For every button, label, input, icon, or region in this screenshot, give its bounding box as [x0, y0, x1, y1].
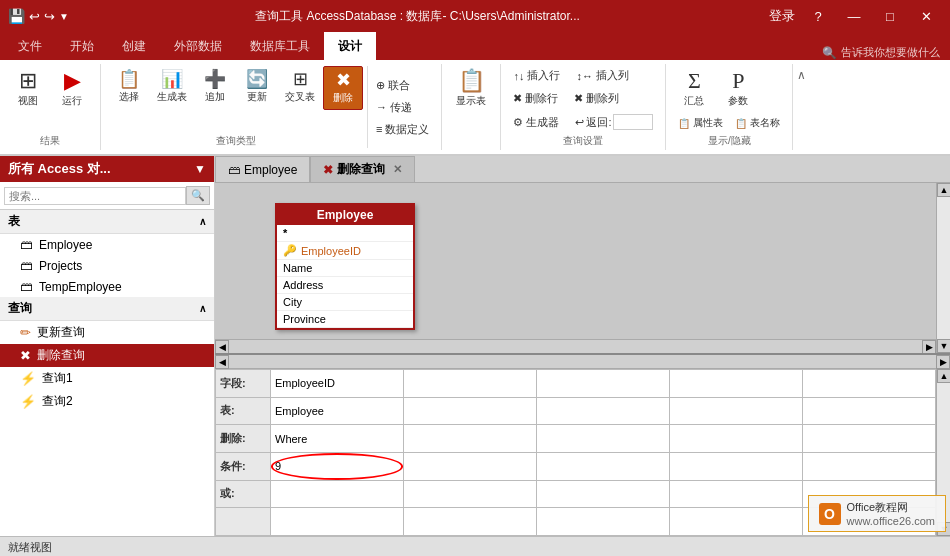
- sidebar-item-projects[interactable]: 🗃 Projects: [0, 255, 214, 276]
- field-address[interactable]: Address: [277, 277, 413, 294]
- totals-button[interactable]: Σ 汇总: [674, 66, 714, 112]
- table-col5[interactable]: [803, 397, 936, 425]
- delete-button[interactable]: ✖ 删除: [323, 66, 363, 110]
- insert-col-button[interactable]: ↕↔ 插入列: [572, 66, 633, 85]
- criteria-col1[interactable]: 9: [271, 452, 404, 480]
- field-name[interactable]: Name: [277, 260, 413, 277]
- field-city[interactable]: City: [277, 294, 413, 311]
- doc-tab-close-icon[interactable]: ✕: [393, 163, 402, 176]
- queries-collapse-icon[interactable]: ∧: [199, 303, 206, 314]
- sidebar-search-button[interactable]: 🔍: [186, 186, 210, 205]
- criteria-col3[interactable]: [537, 452, 670, 480]
- grid-scroll-up[interactable]: ▲: [937, 369, 950, 383]
- empty-col1[interactable]: [271, 508, 404, 536]
- or-col1[interactable]: [271, 480, 404, 508]
- or-col2[interactable]: [404, 480, 537, 508]
- table-col3[interactable]: [537, 397, 670, 425]
- append-button[interactable]: ➕ 追加: [195, 66, 235, 110]
- redo-icon[interactable]: ↪: [44, 9, 55, 24]
- make-table-button[interactable]: 📊 生成表: [151, 66, 193, 110]
- scroll-left-btn-top[interactable]: ◀: [215, 340, 229, 354]
- dropdown-icon[interactable]: ▼: [59, 11, 69, 22]
- insert-row-button[interactable]: ↑↓ 插入行: [509, 66, 564, 85]
- table-col2[interactable]: [404, 397, 537, 425]
- field-col1[interactable]: EmployeeID: [271, 370, 404, 398]
- sidebar-item-update-query[interactable]: ✏ 更新查询: [0, 321, 214, 344]
- close-button[interactable]: ✕: [910, 2, 942, 30]
- delete-col-button[interactable]: ✖ 删除列: [570, 89, 623, 108]
- scroll-up-btn[interactable]: ▲: [937, 183, 950, 197]
- property-sheet-button[interactable]: 📋 属性表: [674, 114, 727, 132]
- h-scrollbar-grid[interactable]: ◀ ▶: [215, 355, 950, 369]
- field-col4[interactable]: [670, 370, 803, 398]
- tab-start[interactable]: 开始: [56, 32, 108, 60]
- criteria-col2[interactable]: [404, 452, 537, 480]
- update-button[interactable]: 🔄 更新: [237, 66, 277, 110]
- minimize-button[interactable]: —: [838, 2, 870, 30]
- criteria-col4[interactable]: [670, 452, 803, 480]
- tab-file[interactable]: 文件: [4, 32, 56, 60]
- or-col4[interactable]: [670, 480, 803, 508]
- field-employeeid[interactable]: 🔑 EmployeeID: [277, 242, 413, 260]
- delete-col4[interactable]: [670, 425, 803, 453]
- delete-row-button[interactable]: ✖ 删除行: [509, 89, 562, 108]
- select-button[interactable]: 📋 选择: [109, 66, 149, 110]
- run-button[interactable]: ▶ 运行: [52, 66, 92, 112]
- sidebar-item-employee[interactable]: 🗃 Employee: [0, 234, 214, 255]
- help-icon[interactable]: ?: [802, 2, 834, 30]
- scroll-left-grid-btn[interactable]: ◀: [215, 355, 229, 369]
- sidebar-search-input[interactable]: [4, 187, 186, 205]
- title-bar-left: 💾 ↩ ↪ ▼: [8, 8, 69, 24]
- tab-create[interactable]: 创建: [108, 32, 160, 60]
- doc-tab-employee[interactable]: 🗃 Employee: [215, 156, 310, 182]
- field-col3[interactable]: [537, 370, 670, 398]
- sidebar-item-delete-query[interactable]: ✖ 删除查询: [0, 344, 214, 367]
- builder-button[interactable]: ⚙ 生成器: [509, 113, 563, 132]
- empty-col2[interactable]: [404, 508, 537, 536]
- save-icon[interactable]: 💾: [8, 8, 25, 24]
- table-col4[interactable]: [670, 397, 803, 425]
- sidebar-item-tempemployee[interactable]: 🗃 TempEmployee: [0, 276, 214, 297]
- show-table-button[interactable]: 📋 显示表: [450, 66, 492, 112]
- return-button[interactable]: ↩ 返回:: [571, 112, 657, 132]
- collapse-ribbon-button[interactable]: ∧: [797, 68, 806, 82]
- delete-col1[interactable]: Where: [271, 425, 404, 453]
- view-button[interactable]: ⊞ 视图: [8, 66, 48, 112]
- sidebar-item-query2[interactable]: ⚡ 查询2: [0, 390, 214, 413]
- criteria-highlight: [271, 453, 403, 480]
- delete-label: 删除: [333, 91, 353, 105]
- criteria-col5[interactable]: [803, 452, 936, 480]
- tables-collapse-icon[interactable]: ∧: [199, 216, 206, 227]
- sidebar-dropdown-icon[interactable]: ▼: [194, 162, 206, 176]
- table-col1[interactable]: Employee: [271, 397, 404, 425]
- field-col2[interactable]: [404, 370, 537, 398]
- return-input[interactable]: [613, 114, 653, 130]
- delete-col3[interactable]: [537, 425, 670, 453]
- crosstab-button[interactable]: ⊞ 交叉表: [279, 66, 321, 110]
- v-scrollbar[interactable]: ▲ ▼: [936, 183, 950, 353]
- field-col5[interactable]: [803, 370, 936, 398]
- empty-col3[interactable]: [537, 508, 670, 536]
- passthrough-button[interactable]: → 传递: [372, 98, 433, 117]
- tab-external[interactable]: 外部数据: [160, 32, 236, 60]
- h-scrollbar-top[interactable]: ◀ ▶: [215, 339, 936, 353]
- sidebar-item-query1[interactable]: ⚡ 查询1: [0, 367, 214, 390]
- tab-design[interactable]: 设计: [324, 32, 376, 60]
- delete-col2[interactable]: [404, 425, 537, 453]
- tab-database-tools[interactable]: 数据库工具: [236, 32, 324, 60]
- scroll-right-grid-btn[interactable]: ▶: [936, 355, 950, 369]
- table-name-button[interactable]: 📋 表名称: [731, 114, 784, 132]
- empty-col4[interactable]: [670, 508, 803, 536]
- or-col3[interactable]: [537, 480, 670, 508]
- help-button[interactable]: 登录: [766, 2, 798, 30]
- data-definition-button[interactable]: ≡ 数据定义: [372, 120, 433, 139]
- delete-col5[interactable]: [803, 425, 936, 453]
- doc-tab-delete-query[interactable]: ✖ 删除查询 ✕: [310, 156, 415, 182]
- params-button[interactable]: P 参数: [718, 66, 758, 112]
- undo-icon[interactable]: ↩: [29, 9, 40, 24]
- maximize-button[interactable]: □: [874, 2, 906, 30]
- scroll-right-btn-top[interactable]: ▶: [922, 340, 936, 354]
- scroll-down-btn[interactable]: ▼: [937, 339, 950, 353]
- union-button[interactable]: ⊕ 联合: [372, 76, 433, 95]
- field-province[interactable]: Province: [277, 311, 413, 328]
